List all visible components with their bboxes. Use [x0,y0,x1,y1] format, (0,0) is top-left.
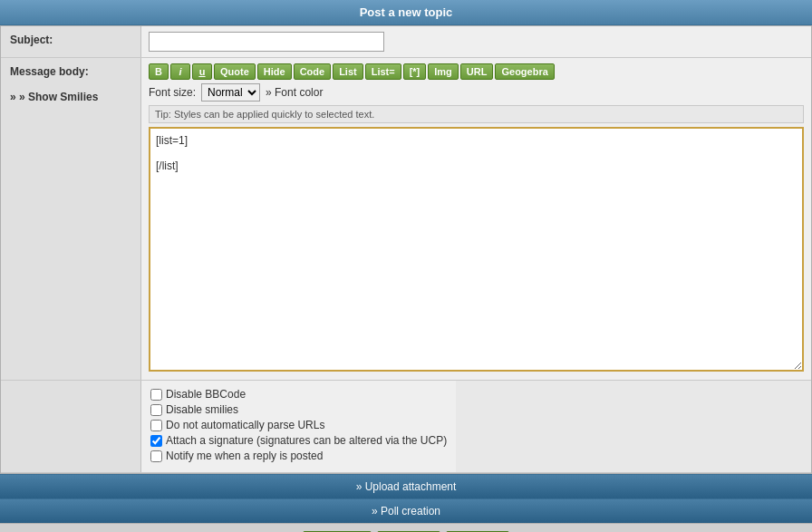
message-body-label: Message body: [10,65,131,78]
poll-creation-bar[interactable]: » Poll creation [0,498,812,523]
list-item-button[interactable]: [*] [403,63,427,80]
subject-row: Subject: [1,26,811,58]
img-button[interactable]: Img [428,63,459,80]
show-smilies-link[interactable]: » Show Smilies [10,91,98,103]
no-parse-urls-row: Do not automatically parse URLs [150,419,447,431]
list-equal-button[interactable]: List= [365,63,401,80]
notify-reply-row: Notify me when a reply is posted [150,450,447,462]
underline-button[interactable]: u [192,63,212,80]
attach-signature-label: Attach a signature (signatures can be al… [166,434,447,447]
geogebra-button[interactable]: Geogebra [495,63,554,80]
list-button[interactable]: List [333,63,363,80]
checkboxes-cell: Disable BBCode Disable smilies Do not au… [141,381,456,472]
toolbar: B i u Quote Hide Code List List= [*] Img… [149,63,804,80]
checkboxes-row: Disable BBCode Disable smilies Do not au… [1,381,811,473]
no-parse-urls-label: Do not automatically parse URLs [166,419,324,431]
bottom-buttons: Preview Submit Cancel [0,523,812,532]
notify-reply-label: Notify me when a reply is posted [166,450,323,462]
no-parse-urls-checkbox[interactable] [150,420,162,431]
message-body-content: B i u Quote Hide Code List List= [*] Img… [141,58,811,380]
italic-button[interactable]: i [170,63,190,80]
code-button[interactable]: Code [294,63,332,80]
page-title: Post a new topic [0,0,812,25]
notify-reply-checkbox[interactable] [150,450,162,462]
attach-signature-checkbox[interactable] [150,435,162,447]
quote-button[interactable]: Quote [214,63,256,80]
subject-cell [141,26,811,57]
message-body-row: Message body: » Show Smilies B i u Quote… [1,58,811,381]
disable-bbcode-label: Disable BBCode [166,388,246,401]
disable-bbcode-checkbox[interactable] [150,389,162,401]
checkboxes-label-spacer [1,381,141,472]
bold-button[interactable]: B [149,63,169,80]
font-size-label: Font size: [149,86,196,99]
font-size-select[interactable]: Tiny Small Normal Large Huge [201,83,260,102]
tip-bar: Tip: Styles can be applied quickly to se… [149,105,804,123]
poll-creation-link[interactable]: » Poll creation [372,505,440,517]
hide-button[interactable]: Hide [257,63,292,80]
disable-smilies-checkbox[interactable] [150,404,162,416]
form-area: Subject: Message body: » Show Smilies B … [0,25,812,474]
subject-input[interactable] [149,32,384,52]
disable-smilies-label: Disable smilies [166,403,238,416]
upload-attachment-link[interactable]: » Upload attachment [356,480,457,493]
page-wrapper: Post a new topic Subject: Message body: … [0,0,812,532]
font-color-label[interactable]: » Font color [266,86,323,99]
font-options: Font size: Tiny Small Normal Large Huge … [149,83,804,102]
disable-bbcode-row: Disable BBCode [150,388,447,401]
disable-smilies-row: Disable smilies [150,403,447,416]
attach-signature-row: Attach a signature (signatures can be al… [150,434,447,447]
message-textarea[interactable]: [list=1] [/list] [149,127,804,372]
url-button[interactable]: URL [460,63,494,80]
upload-attachment-bar[interactable]: » Upload attachment [0,474,812,498]
subject-label: Subject: [1,26,141,57]
message-body-label-cell: Message body: » Show Smilies [1,58,141,380]
